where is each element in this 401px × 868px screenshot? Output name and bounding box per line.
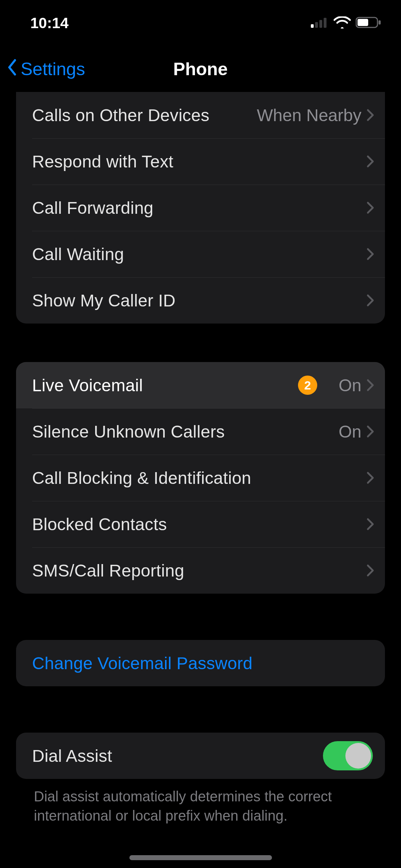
row-silence-unknown-callers[interactable]: Silence Unknown Callers On <box>16 408 385 455</box>
chevron-right-icon <box>366 518 374 531</box>
chevron-right-icon <box>366 109 374 122</box>
row-label: Blocked Contacts <box>32 515 167 534</box>
svg-rect-6 <box>379 20 381 25</box>
svg-rect-3 <box>324 18 327 28</box>
row-label: Respond with Text <box>32 152 173 171</box>
chevron-right-icon <box>366 155 374 168</box>
svg-rect-1 <box>315 22 318 28</box>
wifi-icon <box>334 16 351 30</box>
status-icons <box>311 16 381 30</box>
status-time: 10:14 <box>30 15 68 32</box>
back-label: Settings <box>21 59 85 79</box>
nav-title: Phone <box>173 59 228 79</box>
row-blocked-contacts[interactable]: Blocked Contacts <box>16 501 385 547</box>
row-label: Call Forwarding <box>32 198 154 218</box>
row-call-forwarding[interactable]: Call Forwarding <box>16 185 385 231</box>
row-respond-with-text[interactable]: Respond with Text <box>16 138 385 185</box>
row-label: Change Voicemail Password <box>32 653 253 673</box>
row-label: Live Voicemail <box>32 376 143 395</box>
chevron-left-icon <box>6 59 18 80</box>
chevron-right-icon <box>366 248 374 260</box>
row-label: Dial Assist <box>32 746 112 766</box>
back-button[interactable]: Settings <box>6 59 85 80</box>
svg-rect-0 <box>311 24 314 28</box>
dial-assist-toggle[interactable] <box>323 741 373 770</box>
chevron-right-icon <box>366 201 374 214</box>
section-calls: Calls on Other Devices When Nearby Respo… <box>16 92 385 324</box>
row-call-blocking-identification[interactable]: Call Blocking & Identification <box>16 455 385 501</box>
row-value: On <box>339 422 361 441</box>
chevron-right-icon <box>366 294 374 307</box>
row-sms-call-reporting[interactable]: SMS/Call Reporting <box>16 547 385 594</box>
row-label: SMS/Call Reporting <box>32 561 184 580</box>
change-voicemail-password-button[interactable]: Change Voicemail Password <box>16 640 385 686</box>
nav-bar: Settings Phone <box>0 46 401 92</box>
chevron-right-icon <box>366 425 374 438</box>
row-call-waiting[interactable]: Call Waiting <box>16 231 385 277</box>
row-show-my-caller-id[interactable]: Show My Caller ID <box>16 277 385 324</box>
chevron-right-icon <box>366 379 374 392</box>
status-bar: 10:14 <box>0 0 401 46</box>
chevron-right-icon <box>366 564 374 577</box>
chevron-right-icon <box>366 471 374 484</box>
row-label: Show My Caller ID <box>32 291 176 310</box>
row-dial-assist: Dial Assist <box>16 733 385 779</box>
row-live-voicemail[interactable]: Live Voicemail 2 On <box>16 362 385 408</box>
battery-icon <box>356 16 381 30</box>
row-label: Silence Unknown Callers <box>32 422 225 441</box>
section-voicemail: Live Voicemail 2 On Silence Unknown Call… <box>16 362 385 594</box>
row-label: Call Waiting <box>32 244 124 264</box>
row-calls-on-other-devices[interactable]: Calls on Other Devices When Nearby <box>16 92 385 138</box>
row-label: Calls on Other Devices <box>32 105 209 125</box>
section-dial-assist: Dial Assist <box>16 733 385 779</box>
badge-count: 2 <box>298 376 317 395</box>
row-value: On <box>339 376 361 395</box>
row-value: When Nearby <box>257 105 361 125</box>
svg-rect-2 <box>319 20 322 28</box>
row-label: Call Blocking & Identification <box>32 468 251 488</box>
dial-assist-footer: Dial assist automatically determines the… <box>16 779 385 825</box>
section-change-voicemail-password: Change Voicemail Password <box>16 640 385 686</box>
cellular-icon <box>311 17 329 29</box>
svg-rect-5 <box>358 19 368 26</box>
home-indicator[interactable] <box>129 855 272 860</box>
